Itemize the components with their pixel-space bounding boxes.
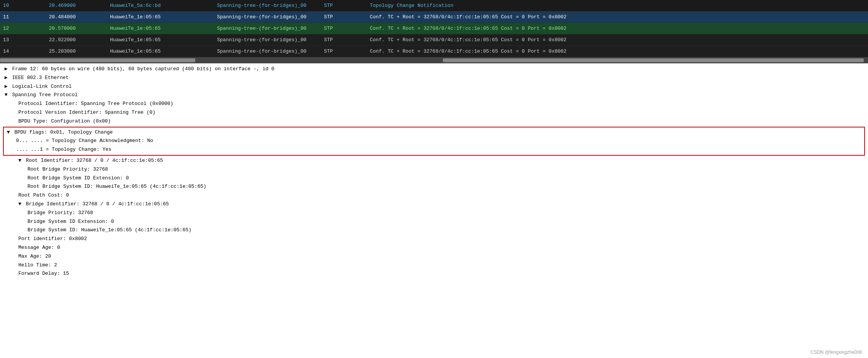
packet-row[interactable]: 1425.203000HuaweiTe_1e:05:65Spanning-tre…	[0, 46, 868, 57]
packet-info: Conf. TC + Root = 32768/0/4c:1f:cc:1e:05…	[367, 37, 868, 43]
packet-dst: Spanning-tree-(for-bridges)_00	[214, 14, 321, 20]
protocol-id-text: Protocol Identifier: Spanning Tree Proto…	[18, 101, 173, 106]
packet-proto: STP	[321, 26, 367, 31]
packet-src: HuaweiTe_1e:05:65	[107, 48, 214, 54]
llc-row[interactable]: ▶ Logical-Link Control	[0, 82, 868, 91]
packet-info: Topology Change Notification	[367, 3, 868, 8]
root-sys-ext-text: Root Bridge System ID Extension: 0	[28, 175, 129, 181]
bridge-id-expand-arrow: ▼	[18, 200, 21, 208]
bridge-priority-text: Bridge Priority: 32768	[28, 210, 93, 216]
bridge-sys-id-row: Bridge System ID: HuaweiTe_1e:05:65 (4c:…	[0, 226, 868, 235]
max-age-row: Max Age: 20	[0, 252, 868, 261]
fwd-delay-row: Forward Delay: 15	[0, 269, 868, 278]
packet-src: HuaweiTe_1e:05:65	[107, 37, 214, 43]
bpdu-flags-section: ▼ BPDU flags: 0x01, Topology Change 0...…	[3, 127, 865, 156]
packet-time: 25.203000	[46, 48, 107, 54]
ethernet-text: IEEE 802.3 Ethernet	[12, 75, 69, 81]
bpdu-flag1-text: 0... .... = Topology Change Acknowledgme…	[16, 138, 153, 144]
bpdu-flag1-row: 0... .... = Topology Change Acknowledgme…	[5, 137, 863, 145]
max-age-text: Max Age: 20	[18, 253, 51, 259]
llc-expand-arrow: ▶	[5, 83, 8, 91]
root-id-row[interactable]: ▼ Root Identifier: 32768 / 0 / 4c:1f:cc:…	[0, 156, 868, 165]
watermark: CSDN @fengxingzhe008	[811, 350, 862, 355]
bpdu-flags-expand-arrow: ▼	[7, 129, 10, 137]
stp-row[interactable]: ▼ Spanning Tree Protocol	[0, 91, 868, 100]
bridge-priority-row: Bridge Priority: 32768	[0, 209, 868, 218]
packet-no: 11	[0, 14, 46, 20]
packet-src: HuaweiTe_1e:05:65	[107, 26, 214, 31]
root-id-expand-arrow: ▼	[18, 157, 21, 165]
msg-age-row: Message Age: 0	[0, 244, 868, 252]
packet-proto: STP	[321, 14, 367, 20]
scrollbar-left[interactable]	[0, 57, 434, 63]
packet-list: 1020.469000HuaweiTe_5a:6c:bdSpanning-tre…	[0, 0, 868, 57]
horizontal-scrollbar[interactable]	[0, 57, 868, 63]
stp-expand-arrow: ▼	[5, 91, 8, 99]
packet-info: Conf. TC + Root = 32768/0/4c:1f:cc:1e:05…	[367, 48, 868, 54]
protocol-version-row: Protocol Version Identifier: Spanning Tr…	[0, 108, 868, 117]
bpdu-type-row: BPDU Type: Configuration (0x00)	[0, 117, 868, 126]
packet-time: 20.484000	[46, 14, 107, 20]
port-id-row: Port identifier: 0x8002	[0, 235, 868, 244]
packet-row[interactable]: 1120.484000HuaweiTe_1e:05:65Spanning-tre…	[0, 11, 868, 23]
bridge-id-text: Bridge Identifier: 32768 / 0 / 4c:1f:cc:…	[26, 201, 169, 207]
protocol-id-row: Protocol Identifier: Spanning Tree Proto…	[0, 100, 868, 108]
root-priority-text: Root Bridge Priority: 32768	[28, 166, 108, 172]
bridge-sys-ext-text: Bridge System ID Extension: 0	[28, 219, 114, 224]
frame-expand-arrow: ▶	[5, 65, 8, 73]
root-path-cost-row: Root Path Cost: 0	[0, 191, 868, 200]
packet-proto: STP	[321, 3, 367, 8]
scrollbar-right[interactable]	[434, 57, 868, 63]
bpdu-type-text: BPDU Type: Configuration (0x00)	[18, 118, 111, 124]
bridge-sys-ext-row: Bridge System ID Extension: 0	[0, 218, 868, 226]
packet-dst: Spanning-tree-(for-bridges)_00	[214, 3, 321, 8]
root-path-cost-text: Root Path Cost: 0	[18, 192, 69, 198]
root-id-text: Root Identifier: 32768 / 0 / 4c:1f:cc:1e…	[26, 158, 163, 163]
packet-dst: Spanning-tree-(for-bridges)_00	[214, 26, 321, 31]
root-sys-id-row: Root Bridge System ID: HuaweiTe_1e:05:65…	[0, 182, 868, 191]
packet-time: 20.469000	[46, 3, 107, 8]
hello-time-row: Hello Time: 2	[0, 261, 868, 270]
packet-info: Conf. TC + Root = 32768/0/4c:1f:cc:1e:05…	[367, 14, 868, 20]
packet-proto: STP	[321, 48, 367, 54]
bpdu-flag2-row: .... ...1 = Topology Change: Yes	[5, 145, 863, 154]
packet-no: 13	[0, 37, 46, 43]
packet-no: 12	[0, 26, 46, 31]
packet-row[interactable]: 1322.922000HuaweiTe_1e:05:65Spanning-tre…	[0, 34, 868, 46]
msg-age-text: Message Age: 0	[18, 245, 60, 250]
packet-time: 20.578000	[46, 26, 107, 31]
packet-dst: Spanning-tree-(for-bridges)_00	[214, 48, 321, 54]
bridge-id-row[interactable]: ▼ Bridge Identifier: 32768 / 0 / 4c:1f:c…	[0, 200, 868, 209]
bridge-sys-id-text: Bridge System ID: HuaweiTe_1e:05:65 (4c:…	[28, 227, 191, 233]
hello-time-text: Hello Time: 2	[18, 262, 57, 268]
llc-text: Logical-Link Control	[12, 84, 72, 89]
bpdu-flags-header-text: BPDU flags: 0x01, Topology Change	[15, 129, 113, 135]
root-priority-row: Root Bridge Priority: 32768	[0, 165, 868, 174]
packet-src: HuaweiTe_1e:05:65	[107, 14, 214, 20]
packet-no: 10	[0, 3, 46, 8]
packet-no: 14	[0, 48, 46, 54]
packet-row[interactable]: 1220.578000HuaweiTe_1e:05:65Spanning-tre…	[0, 23, 868, 34]
root-sys-id-text: Root Bridge System ID: HuaweiTe_1e:05:65…	[28, 184, 206, 189]
packet-time: 22.922000	[46, 37, 107, 43]
protocol-version-text: Protocol Version Identifier: Spanning Tr…	[18, 110, 155, 115]
root-sys-ext-row: Root Bridge System ID Extension: 0	[0, 174, 868, 183]
frame-row[interactable]: ▶ Frame 12: 60 bytes on wire (480 bits),…	[0, 65, 868, 74]
packet-dst: Spanning-tree-(for-bridges)_00	[214, 37, 321, 43]
packet-src: HuaweiTe_5a:6c:bd	[107, 3, 214, 8]
frame-text: Frame 12: 60 bytes on wire (480 bits), 6…	[12, 66, 275, 72]
ethernet-expand-arrow: ▶	[5, 74, 8, 82]
packet-proto: STP	[321, 37, 367, 43]
stp-text: Spanning Tree Protocol	[12, 92, 78, 98]
ethernet-row[interactable]: ▶ IEEE 802.3 Ethernet	[0, 74, 868, 82]
detail-panel: ▶ Frame 12: 60 bytes on wire (480 bits),…	[0, 63, 868, 280]
bpdu-flag2-text: .... ...1 = Topology Change: Yes	[16, 147, 112, 152]
fwd-delay-text: Forward Delay: 15	[18, 271, 69, 276]
port-id-text: Port identifier: 0x8002	[18, 236, 87, 242]
packet-info: Conf. TC + Root = 32768/0/4c:1f:cc:1e:05…	[367, 26, 868, 31]
packet-row[interactable]: 1020.469000HuaweiTe_5a:6c:bdSpanning-tre…	[0, 0, 868, 11]
bpdu-flags-header-row[interactable]: ▼ BPDU flags: 0x01, Topology Change	[5, 128, 863, 137]
